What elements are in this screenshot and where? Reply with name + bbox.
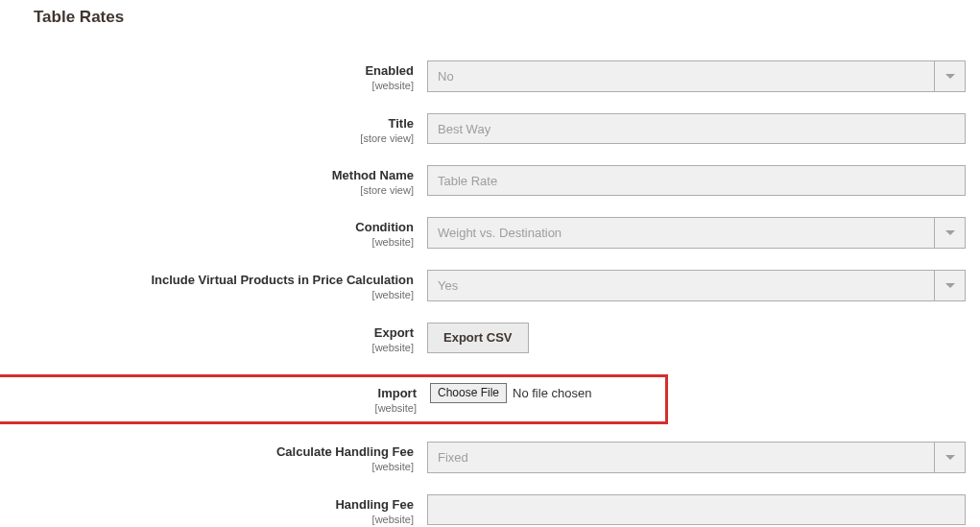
calc-handling-fee-label: Calculate Handling Fee (276, 444, 414, 459)
label-col: Include Virtual Products in Price Calcul… (0, 270, 427, 300)
row-handling-fee: Handling Fee [website] (0, 494, 966, 525)
condition-select[interactable]: Weight vs. Destination (427, 217, 966, 249)
row-title: Title [store view] (0, 113, 966, 144)
import-label: Import (378, 386, 417, 400)
scope-website: [website] (0, 80, 414, 91)
handling-fee-label: Handling Fee (335, 497, 414, 512)
row-enabled: Enabled [website] No (0, 60, 966, 92)
calc-handling-fee-value: Fixed (427, 442, 966, 473)
condition-label: Condition (355, 220, 414, 234)
row-include-virtual: Include Virtual Products in Price Calcul… (0, 270, 966, 301)
calc-handling-fee-select[interactable]: Fixed (427, 442, 966, 473)
include-virtual-label: Include Virtual Products in Price Calcul… (151, 273, 414, 287)
label-col: Export [website] (0, 323, 427, 353)
include-virtual-value: Yes (427, 270, 966, 301)
export-label: Export (374, 325, 414, 340)
enabled-value: No (427, 60, 966, 92)
row-calc-handling-fee: Calculate Handling Fee [website] Fixed (0, 442, 966, 473)
title-label: Title (389, 116, 415, 131)
enabled-select[interactable]: No (427, 60, 966, 92)
export-csv-button[interactable]: Export CSV (427, 323, 529, 353)
handling-fee-input[interactable] (427, 494, 966, 525)
condition-value: Weight vs. Destination (427, 217, 966, 249)
choose-file-button[interactable]: Choose File (430, 383, 507, 403)
scope-website: [website] (0, 236, 414, 248)
scope-website: [website] (0, 289, 414, 300)
label-col: Enabled [website] (0, 60, 427, 91)
label-col: Method Name [store view] (0, 165, 427, 196)
label-col: Import [website] (7, 383, 430, 414)
method-name-input[interactable] (427, 165, 966, 196)
include-virtual-select[interactable]: Yes (427, 270, 966, 301)
scope-website: [website] (0, 342, 414, 353)
scope-store-view: [store view] (0, 184, 414, 196)
label-col: Title [store view] (0, 113, 427, 144)
table-rates-form: Enabled [website] No Title [store view] … (0, 27, 980, 525)
label-col: Handling Fee [website] (0, 494, 427, 525)
scope-website: [website] (0, 461, 414, 472)
enabled-label: Enabled (365, 63, 414, 78)
row-export: Export [website] Export CSV (0, 323, 966, 353)
import-highlight-box: Import [website] Choose File No file cho… (0, 374, 668, 424)
scope-website: [website] (0, 514, 414, 525)
file-status: No file chosen (513, 386, 591, 400)
title-input[interactable] (427, 113, 966, 144)
section-title: Table Rates (0, 0, 980, 27)
row-condition: Condition [website] Weight vs. Destinati… (0, 217, 966, 249)
row-method-name: Method Name [store view] (0, 165, 966, 196)
row-import: Import [website] Choose File No file cho… (7, 383, 656, 414)
label-col: Calculate Handling Fee [website] (0, 442, 427, 472)
scope-website: [website] (7, 402, 417, 414)
scope-store-view: [store view] (0, 132, 414, 144)
label-col: Condition [website] (0, 217, 427, 248)
method-name-label: Method Name (332, 168, 414, 182)
